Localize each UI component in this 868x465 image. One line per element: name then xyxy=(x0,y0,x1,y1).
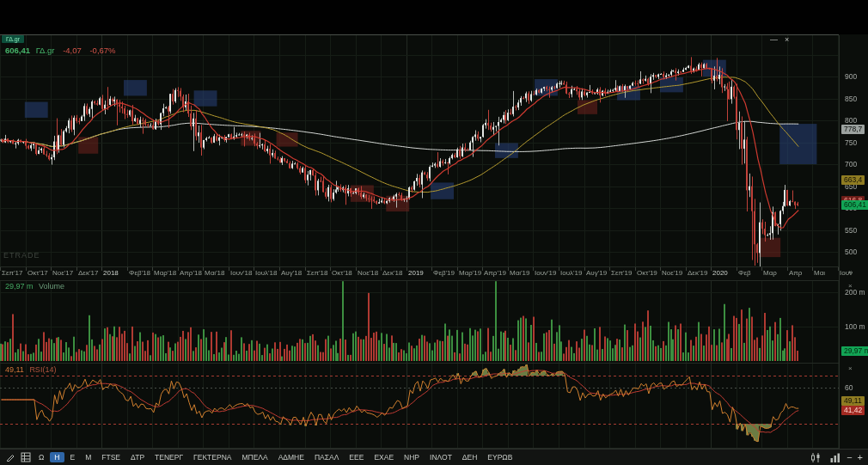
toolbar-button-ΔΤΡ[interactable]: ΔΤΡ xyxy=(126,452,149,462)
bar-chart-icon[interactable] xyxy=(828,451,841,464)
toolbar-button-E[interactable]: E xyxy=(66,452,80,462)
volume-panel-close-icon[interactable]: × xyxy=(848,283,853,290)
rsi-panel-close-icon[interactable]: × xyxy=(848,365,853,372)
toolbar-button-Ω[interactable]: Ω xyxy=(34,452,48,462)
toolbar-button-ΤΕΝΕΡΓ[interactable]: ΤΕΝΕΡΓ xyxy=(150,452,187,462)
chart-window-controls: —× xyxy=(770,35,796,44)
pencil-icon[interactable] xyxy=(3,451,17,464)
toolbar-button-ΕΧΑΕ[interactable]: ΕΧΑΕ xyxy=(370,452,398,462)
zoom-in-plus-icon[interactable]: + xyxy=(858,452,863,462)
candle-chart-icon[interactable] xyxy=(809,451,822,464)
close-icon[interactable]: × xyxy=(785,35,789,44)
toolbar-button-ΜΠΕΛΑ[interactable]: ΜΠΕΛΑ xyxy=(237,452,272,462)
minimize-icon[interactable]: — xyxy=(770,35,778,44)
toolbar-button-M[interactable]: M xyxy=(81,452,95,462)
bottom-toolbar: ΩHEMFTSEΔΤΡΤΕΝΕΡΓΓΕΚΤΕΡΝΑΜΠΕΛΑΑΔΜΗΕΠΑΣΑΛ… xyxy=(0,449,868,465)
symbol-tab[interactable]: ΓΔ.gr xyxy=(2,35,24,43)
toolbar-button-ΓΕΚΤΕΡΝΑ[interactable]: ΓΕΚΤΕΡΝΑ xyxy=(189,452,235,462)
toolbar-button-ΑΔΜΗΕ[interactable]: ΑΔΜΗΕ xyxy=(274,452,309,462)
zoom-out-minus-icon[interactable]: − xyxy=(847,452,852,462)
toolbar-button-ΠΑΣΑΛ[interactable]: ΠΑΣΑΛ xyxy=(310,452,343,462)
toolbar-button-ΔΕΗ[interactable]: ΔΕΗ xyxy=(458,452,482,462)
window-titlebar xyxy=(0,0,868,34)
toolbar-right-group: − + xyxy=(809,451,863,464)
time-axis-close-icon[interactable]: × xyxy=(848,269,853,276)
price-chart-canvas[interactable] xyxy=(0,34,868,449)
toolbar-button-H[interactable]: H xyxy=(50,452,64,462)
toolbar-button-ΙΝΛΟΤ[interactable]: ΙΝΛΟΤ xyxy=(425,452,456,462)
toolbar-button-ΝΗΡ[interactable]: ΝΗΡ xyxy=(400,452,424,462)
trading-app: ΓΔ.gr —× 606,41 ΓΔ.gr -4,07 -0,67% ETRAD… xyxy=(0,0,868,465)
toolbar-button-FTSE[interactable]: FTSE xyxy=(97,452,125,462)
toolbar-button-ΕΥΡΩΒ[interactable]: ΕΥΡΩΒ xyxy=(483,452,517,462)
toolbar-buttons: ΩHEMFTSEΔΤΡΤΕΝΕΡΓΓΕΚΤΕΡΝΑΜΠΕΛΑΑΔΜΗΕΠΑΣΑΛ… xyxy=(34,452,517,462)
indicators-grid-icon[interactable] xyxy=(19,451,33,464)
toolbar-button-ΕΕΕ[interactable]: ΕΕΕ xyxy=(345,452,368,462)
